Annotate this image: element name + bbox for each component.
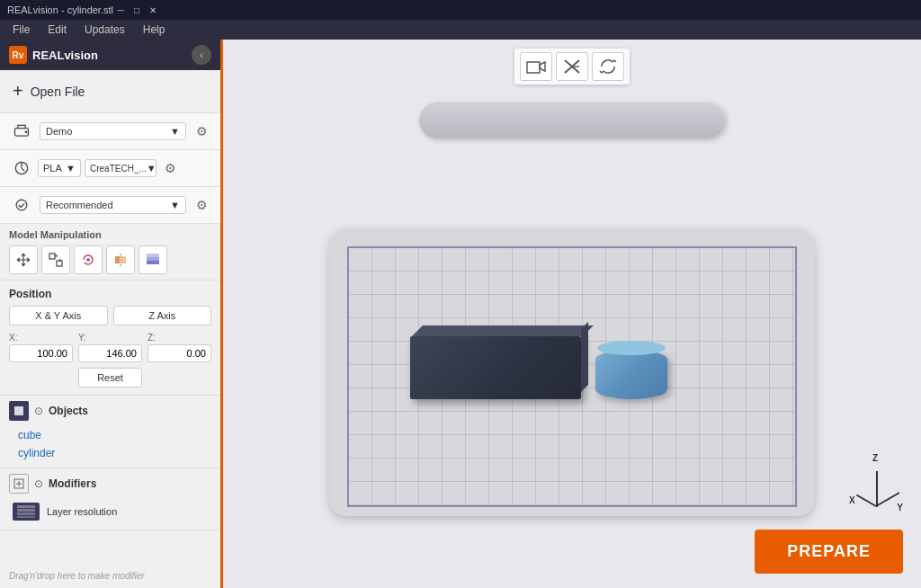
minimize-button[interactable]: ─ xyxy=(113,3,128,17)
svg-rect-11 xyxy=(147,254,159,257)
title-text: REALvision - cylinder.stl xyxy=(7,4,113,15)
cylinder-3d-object[interactable] xyxy=(595,350,667,399)
y-input[interactable] xyxy=(78,344,142,362)
quality-select-value: Recommended xyxy=(46,200,113,210)
material-icon xyxy=(9,156,34,181)
modifiers-icon xyxy=(9,474,29,494)
quality-config-row: Recommended ▼ ⚙ xyxy=(0,187,220,224)
printer-arm xyxy=(419,102,725,138)
svg-rect-5 xyxy=(57,261,62,266)
layer-resolution-label: Layer resolution xyxy=(47,506,117,517)
sidebar: Rv REALvision ‹ + Open File Demo ▼ xyxy=(0,40,223,588)
modifiers-section: ⊙ Modifiers Layer resolution xyxy=(0,468,220,530)
mirror-tool-button[interactable] xyxy=(106,245,135,274)
z-coord-group: Z: xyxy=(148,333,211,362)
printer-select[interactable]: Demo ▼ xyxy=(40,122,186,140)
menu-updates[interactable]: Updates xyxy=(76,22,134,38)
close-button[interactable]: ✕ xyxy=(146,3,160,17)
printer-icon xyxy=(9,119,34,144)
svg-rect-4 xyxy=(49,254,55,259)
object-item-cube[interactable]: cube xyxy=(13,426,208,444)
cut-button[interactable] xyxy=(556,52,588,81)
objects-on-bed xyxy=(410,336,667,399)
svg-rect-14 xyxy=(17,505,35,508)
svg-rect-8 xyxy=(121,256,126,263)
top-toolbar xyxy=(514,49,630,85)
svg-rect-9 xyxy=(147,261,159,264)
sidebar-brand: REALvision xyxy=(32,49,98,62)
sidebar-header: Rv REALvision ‹ xyxy=(0,40,220,70)
objects-collapse-icon[interactable]: ⊙ xyxy=(34,405,43,417)
objects-section: ⊙ Objects cube cylinder xyxy=(0,396,220,468)
open-file-label: Open File xyxy=(31,85,85,99)
menu-file[interactable]: File xyxy=(4,22,39,38)
quality-gear-button[interactable]: ⚙ xyxy=(192,195,211,215)
xy-axis-button[interactable]: X & Y Axis xyxy=(9,306,108,325)
objects-header: ⊙ Objects xyxy=(9,401,211,421)
restore-button[interactable]: □ xyxy=(130,3,144,17)
svg-rect-17 xyxy=(17,516,35,518)
material-brand-select[interactable]: CreaTECH_... ▼ xyxy=(85,159,156,177)
svg-rect-12 xyxy=(14,406,23,415)
svg-point-3 xyxy=(16,200,27,210)
quality-select[interactable]: Recommended ▼ xyxy=(40,196,186,214)
x-coord-group: X: xyxy=(9,333,73,362)
camera-button[interactable] xyxy=(520,52,552,81)
flatten-tool-button[interactable] xyxy=(139,245,167,274)
z-axis-label: Z xyxy=(872,453,878,463)
refresh-button[interactable] xyxy=(592,52,624,81)
z-label: Z: xyxy=(148,333,211,343)
svg-rect-15 xyxy=(17,509,35,512)
printer-config-row: Demo ▼ ⚙ xyxy=(0,113,220,150)
x-label: X: xyxy=(9,333,73,343)
print-bed xyxy=(320,210,824,516)
modifier-item-layer[interactable]: Layer resolution xyxy=(9,499,211,524)
menubar: File Edit Updates Help xyxy=(0,20,921,40)
modifiers-header: ⊙ Modifiers xyxy=(9,474,211,494)
prepare-button[interactable]: PREPARE xyxy=(755,530,903,574)
mat-type-arrow: ▼ xyxy=(66,163,76,174)
3d-scene xyxy=(241,94,903,570)
y-coord-group: Y: xyxy=(78,333,142,362)
object-item-cylinder[interactable]: cylinder xyxy=(13,444,208,462)
menu-help[interactable]: Help xyxy=(134,22,174,38)
material-gear-button[interactable]: ⚙ xyxy=(160,158,180,178)
modifiers-collapse-icon[interactable]: ⊙ xyxy=(34,477,43,490)
model-manipulation-label: Model Manipulation xyxy=(0,224,220,242)
main-layout: Rv REALvision ‹ + Open File Demo ▼ xyxy=(0,40,921,588)
logo-badge: Rv xyxy=(9,46,27,64)
svg-rect-16 xyxy=(17,512,35,515)
menu-edit[interactable]: Edit xyxy=(39,22,76,38)
quality-icon xyxy=(9,192,34,218)
material-config-row: PLA ▼ CreaTECH_... ▼ ⚙ xyxy=(0,150,220,187)
svg-rect-7 xyxy=(115,256,120,263)
rotate-tool-button[interactable] xyxy=(74,245,103,274)
titlebar: REALvision - cylinder.stl ─ □ ✕ xyxy=(0,0,921,20)
objects-title: Objects xyxy=(49,405,88,417)
z-axis-button[interactable]: Z Axis xyxy=(113,306,212,325)
scale-tool-button[interactable] xyxy=(41,245,70,274)
position-section: Position X & Y Axis Z Axis X: Y: Z: xyxy=(0,281,220,396)
svg-point-6 xyxy=(86,258,90,262)
reset-button[interactable]: Reset xyxy=(78,368,142,388)
x-input[interactable] xyxy=(9,344,73,362)
move-tool-button[interactable] xyxy=(9,245,38,274)
printer-select-arrow: ▼ xyxy=(170,126,180,137)
z-axis-line xyxy=(876,471,878,507)
sidebar-collapse-button[interactable]: ‹ xyxy=(192,45,211,65)
y-axis-label: Y xyxy=(897,503,903,512)
coordinate-axes: Z Y X xyxy=(849,453,903,516)
printer-select-value: Demo xyxy=(46,126,72,137)
svg-point-1 xyxy=(25,131,27,133)
material-type-select[interactable]: PLA ▼ xyxy=(38,159,81,177)
viewport[interactable]: Z Y X PREPARE xyxy=(223,40,921,588)
cube-3d-object[interactable] xyxy=(410,336,581,399)
open-file-button[interactable]: + Open File xyxy=(0,70,220,113)
x-axis-label: X xyxy=(849,495,855,505)
printer-gear-button[interactable]: ⚙ xyxy=(192,121,211,141)
z-input[interactable] xyxy=(148,344,211,362)
svg-rect-10 xyxy=(147,257,159,261)
manipulation-tools xyxy=(0,242,220,281)
mat-brand-arrow: ▼ xyxy=(147,163,156,174)
layer-resolution-icon xyxy=(13,503,40,521)
